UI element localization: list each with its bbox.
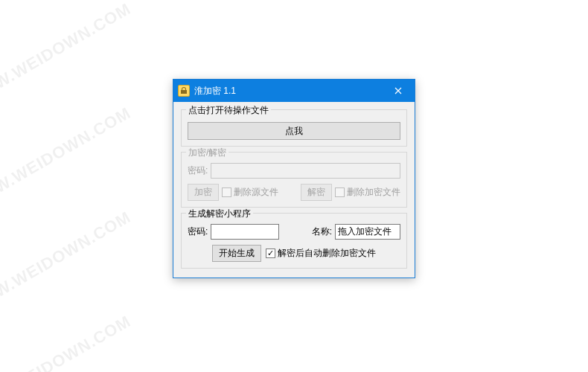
checkbox-icon	[222, 187, 231, 197]
checkbox-icon	[335, 187, 345, 197]
decrypt-button: 解密	[301, 184, 332, 201]
group-generate-decryptor-title: 生成解密小程序	[186, 208, 253, 220]
auto-delete-checkbox[interactable]: ✓ 解密后自动删除加密文件	[266, 247, 376, 260]
watermark: WWW.WEIDOWN.COM	[0, 208, 135, 318]
generate-button[interactable]: 开始生成	[212, 245, 261, 262]
delete-source-label: 删除源文件	[234, 186, 278, 199]
open-file-button[interactable]: 点我	[188, 122, 400, 140]
encrypt-button: 加密	[188, 184, 219, 201]
client-area: 点击打开待操作文件 点我 加密/解密 密码: 加密 删除源文件 解密 删除加密文	[173, 102, 415, 278]
crypt-password-input	[211, 163, 400, 179]
app-window: 淮加密 1.1 点击打开待操作文件 点我 加密/解密 密码: 加密 删除源文件	[173, 79, 415, 278]
delete-source-checkbox: 删除源文件	[222, 186, 278, 199]
crypt-password-label: 密码:	[188, 164, 208, 177]
group-open-file-title: 点击打开待操作文件	[186, 104, 271, 117]
auto-delete-label: 解密后自动删除加密文件	[278, 247, 376, 260]
gen-name-label: 名称:	[312, 225, 332, 238]
checkbox-icon: ✓	[266, 248, 275, 258]
watermark: WWW.WEIDOWN.COM	[0, 103, 135, 214]
watermark: WWW.WEIDOWN.COM	[0, 0, 135, 109]
close-button[interactable]	[381, 80, 415, 102]
titlebar[interactable]: 淮加密 1.1	[173, 80, 415, 102]
delete-encrypted-label: 删除加密文件	[347, 186, 400, 199]
gen-name-input[interactable]: 拖入加密文件	[335, 224, 400, 240]
window-title: 淮加密 1.1	[194, 85, 381, 97]
gen-password-input[interactable]	[211, 224, 279, 240]
gen-password-label: 密码:	[188, 225, 208, 238]
group-encrypt-decrypt: 加密/解密 密码: 加密 删除源文件 解密 删除加密文件	[181, 152, 407, 208]
watermark: WWW.WEIDOWN.COM	[0, 312, 135, 372]
group-encrypt-decrypt-title: 加密/解密	[186, 147, 229, 159]
group-generate-decryptor: 生成解密小程序 密码: 名称: 拖入加密文件 开始生成 ✓ 解密后自动删除加密文…	[181, 213, 407, 269]
app-lock-icon	[178, 85, 190, 97]
delete-encrypted-checkbox: 删除加密文件	[335, 186, 400, 199]
group-open-file: 点击打开待操作文件 点我	[181, 109, 407, 147]
